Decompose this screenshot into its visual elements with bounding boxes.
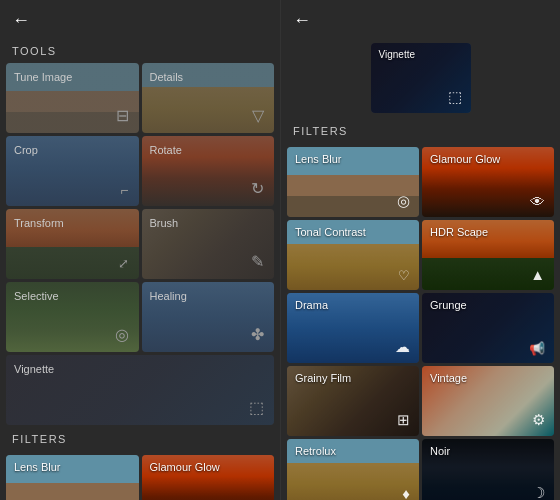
tool-card-crop[interactable]: Crop ⌐: [6, 136, 139, 206]
filter-label-vintage: Vintage: [430, 372, 546, 384]
drama-icon: ☁: [395, 338, 410, 356]
tool-card-tune-image[interactable]: Tune Image ⊟: [6, 63, 139, 133]
left-filters-section: Lens Blur ◎ Glamour Glow 👁 Tonal Contras…: [0, 451, 280, 500]
filter-card-retrolux[interactable]: Retrolux ♦: [287, 439, 419, 500]
tools-section-title: TOOLS: [0, 37, 280, 63]
right-vignette-top: Vignette ⬚: [281, 37, 560, 117]
filter-card-lens-blur[interactable]: Lens Blur ◎: [287, 147, 419, 217]
tool-label-crop: Crop: [14, 144, 131, 156]
right-filter-grid: Lens Blur ◎ Glamour Glow 👁 Tonal Contras…: [287, 147, 554, 500]
grunge-icon: 📢: [529, 341, 545, 356]
filter-card-glamour-glow-left[interactable]: Glamour Glow 👁: [142, 455, 275, 500]
tool-label-healing: Healing: [150, 290, 267, 302]
tool-card-rotate[interactable]: Rotate ↻: [142, 136, 275, 206]
filter-card-tonal-contrast[interactable]: Tonal Contrast ♡: [287, 220, 419, 290]
rotate-icon: ↻: [251, 179, 264, 198]
filter-label-grunge: Grunge: [430, 299, 546, 311]
tool-card-details[interactable]: Details ▽: [142, 63, 275, 133]
filter-label-noir: Noir: [430, 445, 546, 457]
transform-icon: ⤢: [118, 256, 129, 271]
tool-card-selective[interactable]: Selective ◎: [6, 282, 139, 352]
tools-grid: Tune Image ⊟ Details ▽ Crop ⌐ Rotate ↻ T…: [0, 63, 280, 425]
filter-card-grainy-film[interactable]: Grainy Film ⊞: [287, 366, 419, 436]
right-header: ←: [281, 0, 560, 37]
right-vignette-label: Vignette: [379, 49, 463, 60]
filter-card-lens-blur-left[interactable]: Lens Blur ◎: [6, 455, 139, 500]
tool-label-tune-image: Tune Image: [14, 71, 131, 83]
vignette-icon: ⬚: [249, 398, 264, 417]
tool-label-details: Details: [150, 71, 267, 83]
tool-label-selective: Selective: [14, 290, 131, 302]
hdr-scape-icon: ▲: [530, 266, 545, 283]
filter-card-hdr-scape[interactable]: HDR Scape ▲: [422, 220, 554, 290]
left-filters-title: FILTERS: [0, 425, 280, 451]
tool-card-healing[interactable]: Healing ✤: [142, 282, 275, 352]
filter-label-tonal-contrast: Tonal Contrast: [295, 226, 411, 238]
filter-card-drama[interactable]: Drama ☁: [287, 293, 419, 363]
healing-icon: ✤: [251, 325, 264, 344]
tonal-contrast-icon: ♡: [398, 268, 410, 283]
retrolux-icon: ♦: [402, 485, 410, 500]
details-icon: ▽: [252, 106, 264, 125]
filter-card-vintage[interactable]: Vintage ⚙: [422, 366, 554, 436]
filter-label-lens-blur: Lens Blur: [295, 153, 411, 165]
filter-card-grunge[interactable]: Grunge 📢: [422, 293, 554, 363]
tool-label-vignette: Vignette: [14, 363, 266, 375]
filter-label-glamour-glow: Glamour Glow: [430, 153, 546, 165]
left-panel: ← TOOLS Tune Image ⊟ Details ▽ Crop ⌐ Ro…: [0, 0, 280, 500]
glamour-glow-icon: 👁: [530, 193, 545, 210]
filter-label-lens-blur-left: Lens Blur: [14, 461, 131, 473]
tool-card-vignette[interactable]: Vignette ⬚: [6, 355, 274, 425]
tool-card-transform[interactable]: Transform ⤢: [6, 209, 139, 279]
filter-label-glamour-glow-left: Glamour Glow: [150, 461, 267, 473]
filter-label-grainy-film: Grainy Film: [295, 372, 411, 384]
brush-icon: ✎: [251, 252, 264, 271]
vintage-icon: ⚙: [532, 411, 545, 429]
filter-card-glamour-glow[interactable]: Glamour Glow 👁: [422, 147, 554, 217]
right-filters-section: Lens Blur ◎ Glamour Glow 👁 Tonal Contras…: [281, 143, 560, 500]
right-vignette-icon: ⬚: [448, 88, 462, 106]
lens-blur-icon: ◎: [397, 192, 410, 210]
tune-image-icon: ⊟: [116, 106, 129, 125]
right-vignette-card[interactable]: Vignette ⬚: [371, 43, 471, 113]
left-filter-grid: Lens Blur ◎ Glamour Glow 👁 Tonal Contras…: [6, 455, 274, 500]
tool-card-brush[interactable]: Brush ✎: [142, 209, 275, 279]
selective-icon: ◎: [115, 325, 129, 344]
filter-label-drama: Drama: [295, 299, 411, 311]
right-filters-title: FILTERS: [281, 117, 560, 143]
tool-label-brush: Brush: [150, 217, 267, 229]
right-back-button[interactable]: ←: [293, 10, 311, 31]
filter-card-noir[interactable]: Noir ☽: [422, 439, 554, 500]
tool-label-transform: Transform: [14, 217, 131, 229]
grainy-film-icon: ⊞: [397, 411, 410, 429]
tool-label-rotate: Rotate: [150, 144, 267, 156]
right-panel: ← Vignette ⬚ FILTERS Lens Blur ◎ Glamour…: [280, 0, 560, 500]
filter-label-retrolux: Retrolux: [295, 445, 411, 457]
left-back-button[interactable]: ←: [12, 10, 30, 31]
filter-label-hdr-scape: HDR Scape: [430, 226, 546, 238]
noir-icon: ☽: [532, 484, 545, 500]
left-header: ←: [0, 0, 280, 37]
crop-icon: ⌐: [120, 182, 128, 198]
